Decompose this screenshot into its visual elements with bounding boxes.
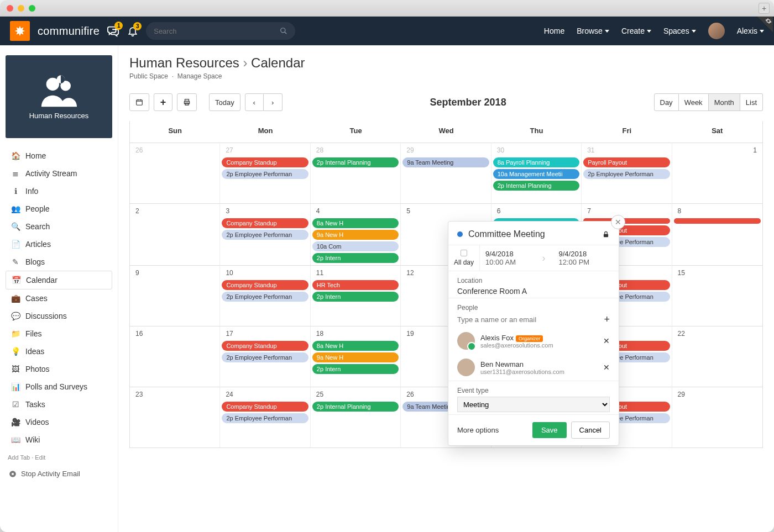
start-datetime[interactable]: 9/4/2018 10:00 AM <box>485 250 540 266</box>
calendar-event[interactable]: 2p Employee Performan <box>222 230 308 240</box>
search-input[interactable] <box>154 27 280 35</box>
calendar-cell[interactable]: 299a Team Meeting <box>401 143 491 203</box>
settings-corner[interactable] <box>757 17 773 32</box>
sidebar-item-calendar[interactable]: 📅Calendar <box>6 271 112 289</box>
calendar-event[interactable]: HR Tech <box>312 280 399 290</box>
maximize-window-icon[interactable] <box>29 5 35 12</box>
calendar-cell[interactable]: 17Company Standup2p Employee Performan <box>220 326 310 387</box>
calendar-event[interactable]: 2p Employee Performan <box>583 169 670 179</box>
nav-home[interactable]: Home <box>544 27 564 35</box>
sidebar-item-activity-stream[interactable]: ≣Activity Stream <box>6 165 112 182</box>
calendar-event[interactable]: Company Standup <box>222 280 308 290</box>
calendar-event[interactable]: 8a New H <box>312 341 399 351</box>
calendar-cell[interactable]: 252p Internal Planning <box>311 387 401 447</box>
calendar-cell[interactable]: 10Company Standup2p Employee Performan <box>220 265 310 326</box>
calendar-cell[interactable]: 22 <box>672 326 762 387</box>
sidebar-item-articles[interactable]: 📄Articles <box>6 235 112 253</box>
sidebar-item-search[interactable]: 🔍Search <box>6 218 112 235</box>
calendar-cell[interactable]: 27Company Standup2p Employee Performan <box>220 143 310 203</box>
manage-space-link[interactable]: Manage Space <box>177 72 222 80</box>
calendar-cell[interactable]: 282p Internal Planning <box>311 143 401 203</box>
sidebar-item-discussions[interactable]: 💬Discussions <box>6 307 112 325</box>
sidebar-item-ideas[interactable]: 💡Ideas <box>6 343 112 360</box>
calendar-cell[interactable]: 11HR Tech2p Intern <box>311 265 401 326</box>
sidebar-item-info[interactable]: ℹInfo <box>6 182 112 200</box>
calendar-cell[interactable]: 1 <box>672 143 762 203</box>
calendar-event[interactable]: 8a Payroll Planning <box>493 157 579 167</box>
calendar-event[interactable]: Payroll Payout <box>583 157 670 167</box>
calendar-event[interactable]: Company Standup <box>222 341 308 351</box>
view-list[interactable]: List <box>740 93 763 111</box>
calendar-event[interactable]: 10a Management Meetii <box>493 169 579 179</box>
calendar-event[interactable]: Company Standup <box>222 157 308 167</box>
remove-attendee-button[interactable]: ✕ <box>603 363 610 372</box>
sidebar-item-wiki[interactable]: 📖Wiki <box>6 431 112 449</box>
sidebar-item-people[interactable]: 👥People <box>6 200 112 218</box>
space-card[interactable]: Human Resources <box>6 55 112 138</box>
calendar-cell[interactable]: 31Payroll Payout2p Employee Performan <box>582 143 672 203</box>
calendar-cell[interactable]: 23 <box>130 387 220 447</box>
close-window-icon[interactable] <box>7 5 13 12</box>
new-tab-button[interactable]: + <box>759 3 770 14</box>
event-title[interactable]: Committee Meeting <box>468 229 597 239</box>
calendar-event[interactable]: 9a Team Meeting <box>402 157 489 167</box>
all-day-toggle[interactable]: All day <box>448 245 480 271</box>
add-event-button[interactable]: + <box>154 93 172 111</box>
stop-activity-email[interactable]: Stop Activity Email <box>6 466 112 481</box>
prev-button[interactable]: ‹ <box>245 93 264 111</box>
minimize-window-icon[interactable] <box>18 5 24 12</box>
calendar-event[interactable]: Company Standup <box>222 402 308 412</box>
calendar-event[interactable]: 2p Intern <box>312 292 399 302</box>
add-person-button[interactable]: + <box>604 314 610 325</box>
calendar-cell[interactable]: 8 <box>672 203 762 265</box>
space-name[interactable]: Human Resources <box>129 55 239 70</box>
calendar-event[interactable]: 2p Internal Planning <box>312 157 399 167</box>
calendar-event[interactable] <box>674 218 761 224</box>
end-datetime[interactable]: 9/4/2018 12:00 PM <box>548 250 613 266</box>
calendar-cell[interactable]: 9 <box>130 265 220 326</box>
next-button[interactable]: › <box>264 93 283 111</box>
calendar-event[interactable]: 9a New H <box>312 230 399 240</box>
calendar-cell[interactable]: 3Company Standup2p Employee Performan <box>220 203 310 265</box>
calendar-cell[interactable]: 24Company Standup2p Employee Performan <box>220 387 310 447</box>
save-button[interactable]: Save <box>532 422 567 438</box>
sidebar-item-photos[interactable]: 🖼Photos <box>6 360 112 378</box>
today-button[interactable]: Today <box>209 93 240 111</box>
people-input[interactable] <box>457 315 604 324</box>
sidebar-item-tasks[interactable]: ☑Tasks <box>6 396 112 413</box>
more-options-link[interactable]: More options <box>457 426 499 434</box>
calendar-event[interactable]: 10a Com <box>312 241 399 251</box>
remove-attendee-button[interactable]: ✕ <box>603 336 610 345</box>
calendar-cell[interactable]: 15 <box>672 265 762 326</box>
calendar-cell[interactable]: 188a New H9a New H2p Intern <box>311 326 401 387</box>
nav-create[interactable]: Create <box>621 27 651 35</box>
nav-browse[interactable]: Browse <box>577 27 609 35</box>
checkbox-icon[interactable] <box>461 250 467 256</box>
close-icon[interactable]: ✕ <box>611 215 625 229</box>
calendar-event[interactable]: 2p Employee Performan <box>222 169 308 179</box>
sidebar-item-polls-and-surveys[interactable]: 📊Polls and Surveys <box>6 378 112 396</box>
add-tab-link[interactable]: Add Tab · Edit <box>8 454 110 461</box>
calendar-event[interactable]: 8a New H <box>312 218 399 228</box>
calendar-event[interactable]: 9a New H <box>312 352 399 362</box>
user-avatar[interactable] <box>708 23 725 39</box>
sidebar-item-videos[interactable]: 🎥Videos <box>6 413 112 431</box>
calendar-event[interactable]: 2p Intern <box>312 364 399 374</box>
calendar-event[interactable]: Company Standup <box>222 218 308 228</box>
view-week[interactable]: Week <box>679 93 709 111</box>
sidebar-item-files[interactable]: 📁Files <box>6 325 112 343</box>
cancel-button[interactable]: Cancel <box>571 422 610 439</box>
chat-icon[interactable]: 1 <box>107 25 119 37</box>
calendar-event[interactable]: 2p Employee Performan <box>222 352 308 362</box>
brand-logo[interactable] <box>10 21 30 41</box>
calendar-cell[interactable]: 308a Payroll Planning10a Management Meet… <box>491 143 582 203</box>
calendar-event[interactable]: 2p Internal Planning <box>493 181 579 191</box>
calendar-event[interactable]: 2p Internal Planning <box>312 402 399 412</box>
calendar-event[interactable]: 2p Employee Performan <box>222 413 308 423</box>
calendar-cell[interactable]: 48a New H9a New H10a Com2p Intern <box>311 203 401 265</box>
calendar-event[interactable]: 2p Intern <box>312 253 399 263</box>
calendar-event[interactable]: 2p Employee Performan <box>222 292 308 302</box>
view-day[interactable]: Day <box>654 93 679 111</box>
calendar-cell[interactable]: 26 <box>130 143 220 203</box>
sidebar-item-blogs[interactable]: ✎Blogs <box>6 253 112 271</box>
